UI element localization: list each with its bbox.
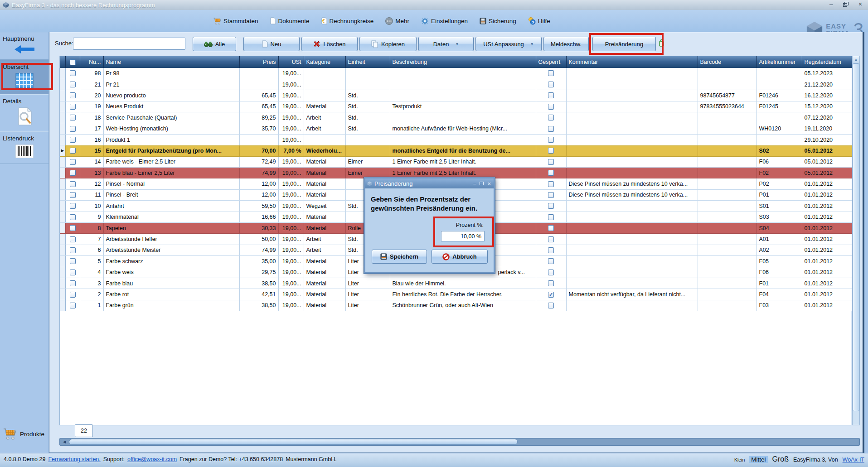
hilfe-toolbar-button[interactable]: ?Hilfe: [528, 17, 550, 25]
daten-button[interactable]: Daten ▼: [418, 37, 474, 51]
alle-button[interactable]: Alle: [193, 37, 236, 51]
minimize-button[interactable]: –: [827, 1, 835, 8]
cell-gesperrt[interactable]: [536, 256, 566, 267]
produkte-module[interactable]: Produkte: [3, 428, 44, 440]
sidebar-item-uebersicht[interactable]: Übersicht: [0, 60, 48, 94]
refresh-icon[interactable]: [659, 39, 664, 48]
scroll-left-icon[interactable]: ◀: [61, 439, 68, 445]
sidebar-item-listendruck[interactable]: Listendruck: [0, 131, 48, 164]
scroll-up-icon[interactable]: ▲: [853, 56, 859, 63]
row-checkbox[interactable]: [65, 168, 80, 178]
table-row[interactable]: 20Nuevo producto65,4519,00...Std.9874565…: [60, 90, 852, 101]
row-checkbox[interactable]: [65, 300, 80, 311]
column-header-barcode[interactable]: Barcode: [698, 56, 756, 68]
row-checkbox[interactable]: [65, 112, 80, 123]
sicherung-toolbar-button[interactable]: Sicherung: [480, 18, 516, 24]
kopieren-button[interactable]: Kopieren: [359, 37, 417, 51]
cell-gesperrt[interactable]: [536, 245, 566, 255]
stammdaten-toolbar-button[interactable]: Stammdaten: [213, 17, 258, 25]
row-checkbox[interactable]: [65, 79, 80, 90]
font-size-klein[interactable]: Klein: [734, 457, 745, 462]
sidebar-hauptmenu[interactable]: Hauptmenü: [0, 32, 48, 60]
row-checkbox[interactable]: [65, 145, 80, 156]
row-checkbox[interactable]: [65, 90, 80, 101]
row-checkbox[interactable]: [65, 123, 80, 134]
horizontal-scrollbar[interactable]: ◀: [59, 438, 860, 446]
column-header-beschreibung[interactable]: Beschreibung: [390, 56, 536, 68]
row-checkbox[interactable]: [65, 222, 80, 233]
row-checkbox[interactable]: [65, 278, 80, 289]
row-checkbox[interactable]: [65, 245, 80, 255]
dokumente-toolbar-button[interactable]: Dokumente: [270, 17, 310, 24]
cell-gesperrt[interactable]: [536, 201, 566, 212]
row-checkbox[interactable]: [65, 234, 80, 245]
cell-gesperrt[interactable]: [536, 101, 566, 112]
table-row[interactable]: 3Farbe blau38,5019,00...MaterialLiterBla…: [60, 278, 852, 289]
cell-gesperrt[interactable]: [536, 222, 566, 233]
neu-button[interactable]: Neu: [243, 37, 300, 51]
abbruch-button[interactable]: Abbruch: [432, 250, 488, 264]
restore-button[interactable]: [842, 1, 850, 8]
dialog-minimize-button[interactable]: –: [473, 181, 476, 186]
row-checkbox[interactable]: [65, 134, 80, 145]
font-size-mittel[interactable]: Mittel: [749, 456, 767, 463]
meldeschw-button[interactable]: Meldeschw.: [543, 37, 589, 51]
cell-gesperrt[interactable]: [536, 212, 566, 222]
column-header-kategorie[interactable]: Kategorie: [304, 56, 345, 68]
table-row[interactable]: ▶15Entgeld für Parkplatzbenützung (pro M…: [60, 145, 852, 156]
column-header-num[interactable]: Nu...: [80, 56, 103, 68]
dialog-title-bar[interactable]: Preisänderung – ×: [365, 178, 494, 188]
cell-gesperrt[interactable]: ✓: [536, 289, 566, 300]
vertical-scroll-thumb[interactable]: [853, 63, 859, 411]
horizontal-scroll-thumb[interactable]: [69, 439, 518, 445]
cell-gesperrt[interactable]: [536, 68, 566, 79]
close-button[interactable]: ×: [856, 1, 864, 8]
row-checkbox[interactable]: [65, 289, 80, 300]
column-header-preis[interactable]: Preis: [239, 56, 278, 68]
einstellungen-toolbar-button[interactable]: Einstellungen: [421, 17, 468, 25]
percent-input[interactable]: [441, 231, 485, 241]
support-email-link[interactable]: office@woax-it.com: [127, 456, 177, 462]
column-header-gesperrt[interactable]: Gesperrt: [536, 56, 566, 68]
mehr-toolbar-button[interactable]: Mehr: [385, 17, 409, 25]
cell-gesperrt[interactable]: [536, 168, 566, 178]
row-checkbox[interactable]: [65, 212, 80, 222]
row-checkbox[interactable]: [65, 156, 80, 167]
row-checkbox[interactable]: [65, 189, 80, 200]
preisaenderung-button[interactable]: Preisänderung: [592, 37, 656, 51]
cell-gesperrt[interactable]: [536, 156, 566, 167]
back-arrow-icon[interactable]: [0, 43, 48, 57]
cell-gesperrt[interactable]: [536, 267, 566, 278]
cell-gesperrt[interactable]: [536, 123, 566, 134]
table-row[interactable]: 2Farbe rot42,5119,00...MaterialLiterEin …: [60, 289, 852, 300]
speichern-button[interactable]: Speichern: [372, 250, 427, 264]
select-all-checkbox[interactable]: [65, 56, 80, 68]
cell-gesperrt[interactable]: [536, 234, 566, 245]
row-checkbox[interactable]: [65, 201, 80, 212]
table-row[interactable]: 1Farbe grün38,5019,00...MaterialLiterSch…: [60, 300, 852, 311]
vertical-scrollbar[interactable]: ▲: [852, 56, 860, 425]
search-input[interactable]: [73, 38, 185, 50]
column-header-kommentar[interactable]: Kommentar: [566, 56, 698, 68]
fernwartung-link[interactable]: Fernwartung starten.: [48, 456, 100, 462]
row-checkbox[interactable]: [65, 178, 80, 189]
cell-gesperrt[interactable]: [536, 79, 566, 90]
column-header-registerdatum[interactable]: Registerdatum: [802, 56, 852, 68]
woax-link[interactable]: WoAx-IT: [843, 457, 864, 463]
cell-gesperrt[interactable]: [536, 189, 566, 200]
dialog-close-button[interactable]: ×: [487, 180, 491, 187]
table-row[interactable]: 19Neues Produkt65,4519,00...MaterialStd.…: [60, 101, 852, 112]
column-header-name[interactable]: Name: [103, 56, 239, 68]
table-row[interactable]: 98Pr 9819,00...05.12.2023: [60, 68, 852, 79]
row-checkbox[interactable]: [65, 267, 80, 278]
cell-gesperrt[interactable]: [536, 300, 566, 311]
table-row[interactable]: 21Pr 2119,00...21.12.2020: [60, 79, 852, 90]
table-row[interactable]: 18Service-Pauschale (Quartal)89,2519,00.…: [60, 112, 852, 123]
table-row[interactable]: 14Farbe weis - Eimer 2,5 Liter72,4919,00…: [60, 156, 852, 167]
cell-gesperrt[interactable]: [536, 134, 566, 145]
table-row[interactable]: 17Web-Hosting (monatlich)35,7019,00...Ar…: [60, 123, 852, 134]
rechnungkreise-toolbar-button[interactable]: €Rechnungkreise: [321, 17, 374, 24]
row-checkbox[interactable]: [65, 256, 80, 267]
column-header-artikelnummer[interactable]: Artikelnummer: [756, 56, 802, 68]
cell-gesperrt[interactable]: [536, 112, 566, 123]
